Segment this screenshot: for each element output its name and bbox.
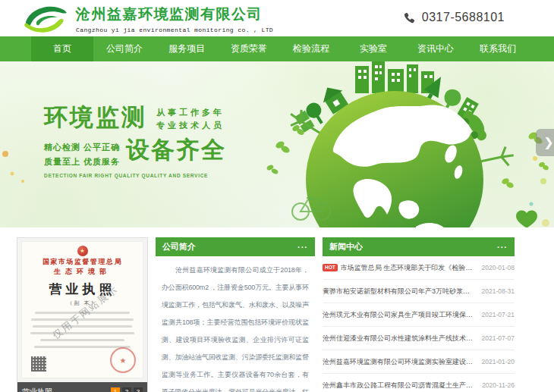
profile-panel-header: 公司简介 ··· [156,237,315,256]
pager-button-1[interactable]: 1 [111,387,120,392]
company-logo-icon [21,4,68,34]
profile-panel-title: 公司简介 [162,241,196,252]
national-emblem-icon: ★ [77,246,88,256]
banner-subtext-left: 精心检测 公平正确 质量至上 优质服务 [44,140,120,169]
nav-item-services[interactable]: 服务项目 [156,36,218,61]
license-carousel-slide[interactable]: ★ 国家市场监督管理总局 生态环境部 营业执照 （副 本） 仅用于网站展示 ★ … [17,237,148,392]
brand-block: 沧州益嘉环境监测有限公司 Cangzhou yi jia environment… [76,5,273,33]
banner-subtext-right: 从事工作多年 专业技术人员 [156,106,225,132]
red-seal-stamp: ★ [110,347,136,373]
company-name-en: Cangzhou yi jia environmental monitoring… [76,27,273,33]
hero-banner: 环境监测 从事工作多年 专业技术人员 精心检测 公平正确 质量至上 优质服务 设… [0,61,554,227]
news-panel-title: 新闻中心 [329,241,363,252]
nav-item-contact[interactable]: 联系我们 [467,36,529,61]
news-item-link[interactable]: HOT 市场监管总局 生态环境部关于印发《检验… 2020-01-08 [323,256,515,280]
profile-body-text: 沧州益嘉环境监测有限公司成立于2018年，办公面积600m2 ，注册资金500万… [156,256,315,392]
license-issuer-line1: 国家市场监督管理总局 [22,257,143,267]
company-name: 沧州益嘉环境监测有限公司 [76,5,273,24]
banner-slogan: 环境监测 从事工作多年 专业技术人员 精心检测 公平正确 质量至上 优质服务 设… [44,104,226,178]
phone-icon [404,12,415,24]
main-nav: 首页 公司简介 服务项目 资质荣誉 检验流程 实验室 资讯中心 联系我们 [0,36,554,61]
company-profile-panel: 公司简介 ··· 沧州益嘉环境监测有限公司成立于2018年，办公面积600m2 … [156,237,315,392]
carousel-caption-bar: 营业执照 1 2 3 [17,382,147,392]
banner-caption-en: DETECTION FAIR RIGHT QUALITY QUALITY AND… [44,173,226,178]
business-license-image: ★ 国家市场监督管理总局 生态环境部 营业执照 （副 本） 仅用于网站展示 ★ [21,241,143,378]
nav-item-inspection-process[interactable]: 检验流程 [280,36,342,61]
news-item-link[interactable]: 沧州佳迎漆业有限公司水性建筑涂料生产线技术… 2021-07-07 [323,327,515,350]
pager-button-2[interactable]: 2 [122,387,131,392]
news-more-button[interactable]: ··· [497,243,508,252]
news-center-panel: 新闻中心 ··· HOT 市场监管总局 生态环境部关于印发《检验… 2020-0… [323,237,515,392]
carousel-pager: 1 2 3 [109,387,143,392]
nav-item-home[interactable]: 首页 [31,36,93,61]
header-phone: 0317-5688101 [404,11,505,24]
content-section: ★ 国家市场监督管理总局 生态环境部 营业执照 （副 本） 仅用于网站展示 ★ … [0,237,554,392]
nav-item-qualifications[interactable]: 资质荣誉 [218,36,280,61]
hot-badge: HOT [323,264,338,272]
phone-number: 0317-5688101 [422,11,505,24]
news-item-link[interactable]: 沧州璞元木业有限公司家具生产项目竣工环境保… 2021-07-21 [323,303,515,327]
news-panel-header: 新闻中心 ··· [323,237,515,256]
nav-item-laboratory[interactable]: 实验室 [342,36,404,61]
news-item-link[interactable]: 沧州益嘉环境监测有限公司环境监测实验室建设… 2021-01-20 [323,350,515,374]
profile-more-button[interactable]: ··· [297,243,308,252]
license-blur-text [33,325,131,328]
news-item-link[interactable]: 黄骅市柏安诺新型材料有限公司年产3万吨砂浆… 2021-08-31 [323,280,515,303]
nav-item-company-profile[interactable]: 公司简介 [93,36,156,61]
site-header: 沧州益嘉环境监测有限公司 Cangzhou yi jia environment… [0,0,554,36]
banner-headline-1: 环境监测 [44,104,147,131]
nav-item-news-center[interactable]: 资讯中心 [404,36,467,61]
banner-headline-2: 设备齐全 [126,136,226,164]
pager-button-3[interactable]: 3 [134,387,143,392]
qr-code [31,356,46,372]
news-item-link[interactable]: 沧州鑫丰市政公路工程有限公司沥青混凝土生产… 2020-11-26 [323,374,515,392]
carousel-next-button[interactable]: ❯ [536,129,554,156]
carousel-caption: 营业执照 [22,387,52,392]
